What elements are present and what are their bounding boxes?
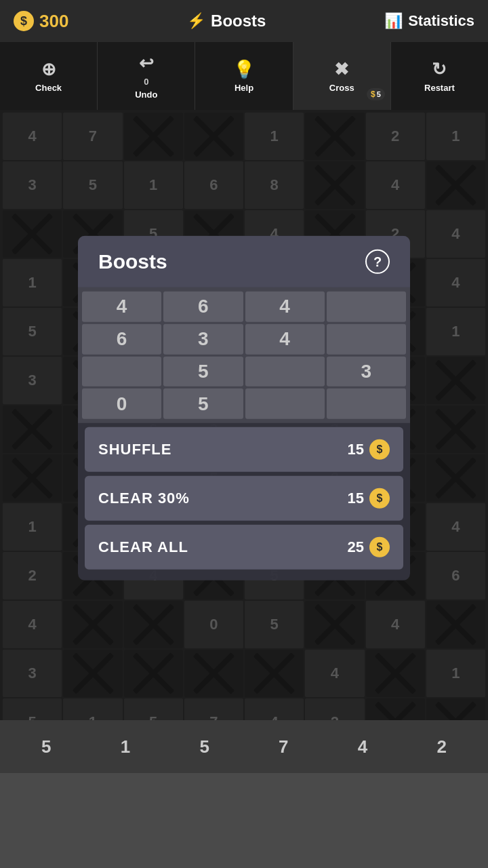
preview-cell: 0	[82, 389, 161, 419]
statistics-button[interactable]: 📊 Statistics	[384, 12, 474, 30]
preview-cell	[82, 356, 161, 387]
coins-display: $ 300	[14, 11, 68, 32]
check-button[interactable]: ⊕ Check	[0, 42, 98, 110]
cross-x-icon: ✖	[334, 59, 349, 80]
bottom-number: 5	[41, 736, 51, 757]
undo-button[interactable]: ↩ 0 Undo	[98, 42, 195, 110]
modal-header: Boosts ?	[78, 236, 410, 288]
restart-button[interactable]: ↻ Restart	[391, 42, 488, 110]
coins-value: 300	[39, 11, 68, 32]
clear30-cost: 15 $	[348, 488, 390, 509]
shuffle-cost: 15 $	[348, 439, 390, 460]
help-question-icon: ?	[373, 254, 382, 269]
clear30-option[interactable]: CLEAR 30% 15 $	[85, 476, 403, 521]
preview-cell	[327, 324, 406, 355]
preview-cell: 3	[163, 324, 243, 355]
modal-preview: 4646345305	[78, 288, 410, 423]
game-area: 4712135168454241151451363352142456405434…	[0, 110, 488, 720]
restart-label: Restart	[424, 83, 455, 93]
clearall-cost-value: 25	[348, 538, 364, 556]
toolbar: ⊕ Check ↩ 0 Undo 💡 Help ✖ Cross $ 5 ↻ Re…	[0, 42, 488, 110]
clearall-cost: 25 $	[348, 537, 390, 557]
cross-cost-badge: $ 5	[367, 88, 385, 100]
undo-count: 0	[144, 77, 148, 87]
shuffle-option[interactable]: SHUFFLE 15 $	[85, 427, 403, 472]
modal-title: Boosts	[98, 250, 167, 273]
plus-circle-icon: ⊕	[41, 59, 56, 80]
preview-cell: 5	[163, 356, 243, 387]
clearall-coin-icon: $	[369, 537, 390, 557]
bottom-numbers: 515742	[0, 720, 488, 773]
bottom-number: 1	[121, 736, 130, 757]
cross-cost: 5	[377, 90, 381, 98]
shuffle-coin-icon: $	[369, 439, 390, 460]
modal-help-button[interactable]: ?	[365, 250, 390, 274]
bottom-number: 5	[199, 736, 209, 757]
preview-cell: 6	[163, 292, 243, 322]
boosts-button[interactable]: ⚡ Boosts	[187, 12, 266, 31]
shuffle-cost-value: 15	[348, 441, 364, 458]
lightbulb-icon: 💡	[233, 59, 255, 80]
preview-cell: 6	[82, 324, 161, 355]
coin-icon: $	[14, 11, 34, 31]
check-label: Check	[35, 83, 62, 93]
preview-cell: 4	[82, 292, 161, 322]
preview-cell: 4	[245, 324, 325, 355]
boosts-label: Boosts	[211, 12, 266, 31]
undo-label: Undo	[135, 90, 157, 100]
preview-cell: 3	[327, 356, 406, 387]
statistics-label: Statistics	[408, 12, 474, 30]
shuffle-label: SHUFFLE	[98, 441, 171, 458]
cross-label: Cross	[329, 83, 354, 93]
clearall-option[interactable]: CLEAR ALL 25 $	[85, 525, 403, 570]
clear30-cost-value: 15	[348, 490, 364, 507]
preview-cell: 4	[245, 292, 325, 322]
bottom-number: 7	[279, 736, 288, 757]
boosts-modal: Boosts ? 4646345305 SHUFFLE 15 $ CLEAR 3…	[78, 236, 410, 580]
preview-cell	[327, 389, 406, 419]
top-bar: $ 300 ⚡ Boosts 📊 Statistics	[0, 0, 488, 42]
cross-button[interactable]: ✖ Cross $ 5	[293, 42, 391, 110]
bottom-number: 2	[436, 736, 446, 757]
preview-cell: 5	[163, 389, 243, 419]
clear30-coin-icon: $	[369, 488, 390, 509]
help-button[interactable]: 💡 Help	[195, 42, 293, 110]
preview-cell	[245, 389, 325, 419]
bar-chart-icon: 📊	[384, 12, 403, 30]
preview-cell	[245, 356, 325, 387]
preview-cell	[327, 292, 406, 322]
undo-icon: ↩	[139, 53, 154, 74]
badge-coin-icon: $	[371, 90, 375, 99]
bottom-number: 4	[358, 736, 367, 757]
restart-icon: ↻	[432, 59, 447, 80]
clear30-label: CLEAR 30%	[98, 490, 190, 507]
clearall-label: CLEAR ALL	[98, 538, 188, 556]
help-label: Help	[235, 83, 253, 93]
bolt-icon: ⚡	[187, 12, 205, 30]
